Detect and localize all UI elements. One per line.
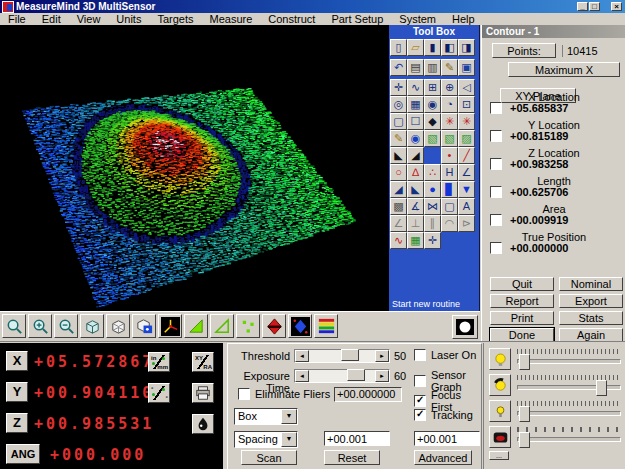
3d-viewport[interactable] <box>1 25 389 311</box>
focus-first-checkbox[interactable]: ✓ <box>414 395 426 407</box>
threshold-track[interactable] <box>309 350 375 362</box>
open-routine-icon[interactable]: ▱ <box>407 39 424 56</box>
image-capture-a-icon[interactable]: ▧ <box>424 130 441 147</box>
diamond-icon[interactable] <box>288 314 312 338</box>
maximum-x-button[interactable]: Maximum X <box>508 62 620 77</box>
coord-toggle-button[interactable]: XY RA <box>192 352 214 372</box>
circle-tool-icon[interactable]: ○ <box>390 164 407 181</box>
axis-z-button[interactable]: Z <box>6 413 28 433</box>
crosshair-icon[interactable]: ✛ <box>390 79 407 96</box>
advanced-button[interactable]: Advanced <box>414 450 472 465</box>
quit-button[interactable]: Quit <box>490 277 554 291</box>
laser-on-checkbox[interactable] <box>414 349 426 361</box>
scan-button[interactable]: Scan <box>241 450 297 465</box>
minimize-button[interactable]: _ <box>577 2 588 11</box>
frame-tool-icon[interactable]: A <box>458 198 475 215</box>
save-routine-icon[interactable]: ▮ <box>424 39 441 56</box>
measurement-checkbox[interactable] <box>490 242 502 254</box>
perpendicular-construct-icon[interactable]: ⊥ <box>407 215 424 232</box>
gem-icon[interactable] <box>262 314 286 338</box>
axis-ang-button[interactable]: ANG <box>6 444 40 464</box>
menu-units[interactable]: Units <box>108 13 149 25</box>
focus-target-icon[interactable]: ◉ <box>407 130 424 147</box>
threshold-thumb[interactable] <box>341 349 359 361</box>
again-button[interactable]: Again <box>559 328 623 342</box>
measurement-checkbox[interactable] <box>490 186 502 198</box>
cylinder-tool-icon[interactable]: ▊ <box>441 181 458 198</box>
step-forward-icon[interactable]: ▥ <box>424 59 441 76</box>
star-area-icon[interactable]: ✳ <box>441 113 458 130</box>
exposure-thumb[interactable] <box>347 369 365 381</box>
menu-edit[interactable]: Edit <box>34 13 69 25</box>
light-slider-track[interactable] <box>517 437 621 442</box>
axis-y-button[interactable]: Y <box>6 382 28 402</box>
cube-solid-icon[interactable] <box>80 314 104 338</box>
menu-view[interactable]: View <box>69 13 109 25</box>
step-back-icon[interactable]: ▤ <box>407 59 424 76</box>
measurement-checkbox[interactable] <box>490 102 502 114</box>
zoom-in-icon[interactable] <box>28 314 52 338</box>
reset-button[interactable]: Reset <box>324 450 380 465</box>
light-slider-thumb[interactable] <box>519 354 530 370</box>
triangle-tool-icon[interactable]: ∆ <box>407 164 424 181</box>
image-capture-c-icon[interactable]: ▨ <box>458 130 475 147</box>
depth-input[interactable] <box>414 431 480 446</box>
nominal-button[interactable]: Nominal <box>559 277 623 291</box>
chevron-down-icon[interactable]: ▼ <box>281 432 297 447</box>
export-button[interactable]: Export <box>559 294 623 308</box>
touch-probe-a-icon[interactable]: ◣ <box>390 147 407 164</box>
plane-tool-a-icon[interactable]: ◢ <box>390 181 407 198</box>
menu-file[interactable]: File <box>0 13 34 25</box>
axis-x-button[interactable]: X <box>6 351 28 371</box>
slider-left-arrow-icon[interactable]: ◄ <box>295 370 309 382</box>
arc-construct-icon[interactable]: ◠ <box>441 215 458 232</box>
copy-steps-icon[interactable]: ▣ <box>458 59 475 76</box>
close-button[interactable]: × <box>611 2 622 11</box>
circle-center-icon[interactable]: ⊕ <box>441 79 458 96</box>
sphere-tool-icon[interactable]: ● <box>424 181 441 198</box>
cone-dev-tool-icon[interactable]: ⋈ <box>424 198 441 215</box>
width-tool-icon[interactable]: H <box>441 164 458 181</box>
point-tool-icon[interactable]: • <box>441 147 458 164</box>
triangle-wire-icon[interactable] <box>210 314 234 338</box>
translate-tool-icon[interactable]: ✛ <box>424 232 441 249</box>
done-button[interactable]: Done <box>490 328 554 342</box>
light-slider-thumb[interactable] <box>519 432 530 448</box>
polyline-tool-icon[interactable]: ∴ <box>424 164 441 181</box>
polygon-area-icon[interactable]: ◆ <box>424 113 441 130</box>
light-slider-thumb[interactable] <box>596 380 607 396</box>
aux-light-bulb-icon[interactable] <box>489 400 511 422</box>
calculator-icon[interactable]: ▦ <box>407 232 424 249</box>
eliminate-fliers-checkbox[interactable] <box>238 388 250 400</box>
spline-tool-icon[interactable]: ∿ <box>390 232 407 249</box>
menu-construct[interactable]: Construct <box>260 13 323 25</box>
spiral-target-icon[interactable]: ◉ <box>424 96 441 113</box>
laser-icon[interactable] <box>489 426 511 448</box>
sensor-graph-checkbox[interactable] <box>414 375 426 387</box>
parallel-construct-icon[interactable]: ∥ <box>424 215 441 232</box>
threshold-slider[interactable]: ◄ ► <box>294 349 390 363</box>
box-target-icon[interactable]: ⊡ <box>458 96 475 113</box>
slot-tool-icon[interactable]: ▢ <box>441 198 458 215</box>
slider-left-arrow-icon[interactable]: ◄ <box>295 350 309 362</box>
spacing-dropdown[interactable]: Spacing ▼ <box>234 431 298 448</box>
square-target-icon[interactable]: ▢ <box>390 113 407 130</box>
spacing-input[interactable] <box>324 431 390 446</box>
wave-probe-icon[interactable]: ∿ <box>407 79 424 96</box>
concentric-target-icon[interactable]: ◎ <box>390 96 407 113</box>
image-capture-b-icon[interactable]: ▧ <box>441 130 458 147</box>
measurement-checkbox[interactable] <box>490 158 502 170</box>
slider-right-arrow-icon[interactable]: ► <box>375 370 389 382</box>
degree-toggle-button[interactable]: ° ° <box>148 383 170 403</box>
line-tool-icon[interactable]: ╱ <box>458 147 475 164</box>
grid-target-icon[interactable]: ⊞ <box>424 79 441 96</box>
goto-construct-icon[interactable]: ⊳ <box>458 215 475 232</box>
colormap-icon[interactable] <box>314 314 338 338</box>
ring-light-bulb-icon[interactable] <box>489 374 511 396</box>
print-button[interactable]: Print <box>490 311 554 325</box>
report-button[interactable]: Report <box>490 294 554 308</box>
undo-icon[interactable]: ↶ <box>390 59 407 76</box>
menu-help[interactable]: Help <box>444 13 483 25</box>
edit-step-icon[interactable]: ✎ <box>441 59 458 76</box>
print-icon[interactable] <box>192 383 214 403</box>
